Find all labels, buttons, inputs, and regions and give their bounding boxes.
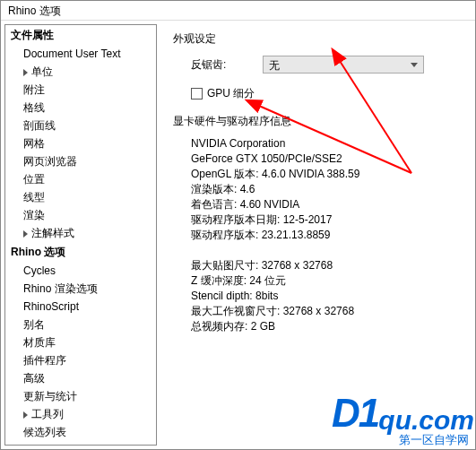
tree-item[interactable]: Rhino 渲染选项: [5, 280, 156, 298]
watermark-brand: D1: [332, 391, 378, 436]
antialias-label: 反锯齿:: [191, 57, 263, 73]
tree-item[interactable]: 建模辅助: [5, 441, 156, 445]
tree-item[interactable]: 工具列: [5, 405, 156, 423]
tree-section-rhino-opts[interactable]: Rhino 选项: [5, 242, 156, 262]
window-title: Rhino 选项: [1, 1, 475, 21]
antialias-row: 反锯齿: 无: [191, 56, 472, 74]
tree-item[interactable]: 插件程序: [5, 351, 156, 369]
tree-item[interactable]: 网格: [5, 134, 156, 152]
tree-item[interactable]: 单位: [5, 63, 156, 81]
tree-item[interactable]: Document User Text: [5, 45, 156, 63]
tree-item[interactable]: RhinoScript: [5, 298, 156, 316]
settings-panel: 外观设定 反锯齿: 无 GPU 细分 显卡硬件与驱动程序信息 NVIDIA Co…: [160, 21, 475, 449]
tree-item[interactable]: 线型: [5, 188, 156, 206]
tree-item[interactable]: 材质库: [5, 333, 156, 351]
info-line: [191, 243, 472, 258]
tree-item[interactable]: 注解样式: [5, 224, 156, 242]
watermark-domain: qu.com: [378, 405, 474, 436]
tree-item[interactable]: 别名: [5, 316, 156, 333]
info-line: OpenGL 版本: 4.6.0 NVIDIA 388.59: [191, 167, 472, 182]
info-line: Stencil dipth: 8bits: [191, 289, 472, 304]
info-line: NVIDIA Corporation: [191, 136, 472, 151]
tree-item[interactable]: 网页浏览器: [5, 152, 156, 170]
watermark: D1qu.com 第一区自学网: [332, 391, 474, 448]
info-line: GeForce GTX 1050/PCIe/SSE2: [191, 151, 472, 167]
content-area: 文件属性 Document User Text 单位 附注 格线 剖面线 网格 …: [1, 21, 475, 449]
gpu-info-block: NVIDIA Corporation GeForce GTX 1050/PCIe…: [191, 136, 472, 334]
gpu-tess-row[interactable]: GPU 细分: [191, 86, 472, 101]
appearance-label: 外观设定: [173, 31, 472, 47]
antialias-dropdown[interactable]: 无: [263, 56, 424, 74]
tree-item[interactable]: Cycles: [5, 262, 156, 280]
tree-item[interactable]: 位置: [5, 170, 156, 188]
tree-panel: 文件属性 Document User Text 单位 附注 格线 剖面线 网格 …: [4, 24, 157, 446]
tree-section-file-props[interactable]: 文件属性: [5, 25, 156, 45]
tree-item[interactable]: 附注: [5, 81, 156, 99]
tree-item[interactable]: 剖面线: [5, 117, 156, 134]
info-line: 最大工作视窗尺寸: 32768 x 32768: [191, 304, 472, 319]
gpu-tess-label: GPU 细分: [207, 86, 255, 101]
tree-item[interactable]: 候选列表: [5, 423, 156, 441]
gpu-info-label: 显卡硬件与驱动程序信息: [173, 114, 472, 129]
tree-scroll[interactable]: 文件属性 Document User Text 单位 附注 格线 剖面线 网格 …: [5, 25, 156, 445]
info-line: 驱动程序版本日期: 12-5-2017: [191, 212, 472, 228]
tree-item[interactable]: 格线: [5, 99, 156, 117]
info-line: Z 缓冲深度: 24 位元: [191, 273, 472, 289]
info-line: 着色语言: 4.60 NVIDIA: [191, 197, 472, 212]
tree-item[interactable]: 渲染: [5, 206, 156, 224]
info-line: 总视频内存: 2 GB: [191, 319, 472, 334]
options-window: Rhino 选项 文件属性 Document User Text 单位 附注 格…: [0, 0, 476, 450]
tree-item[interactable]: 高级: [5, 369, 156, 387]
gpu-tess-checkbox[interactable]: [191, 88, 203, 100]
tree-item[interactable]: 更新与统计: [5, 387, 156, 405]
info-line: 驱动程序版本: 23.21.13.8859: [191, 228, 472, 243]
info-line: 最大贴图尺寸: 32768 x 32768: [191, 258, 472, 273]
info-line: 渲染版本: 4.6: [191, 182, 472, 197]
